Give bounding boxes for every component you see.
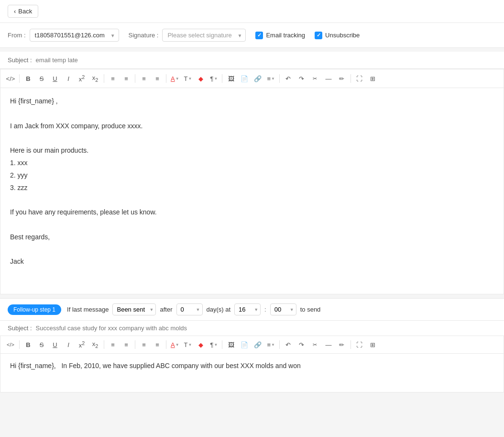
paragraph-button[interactable]: ¶▼ [208, 72, 219, 85]
fu-line-2 [58, 362, 60, 370]
fu-cut-button[interactable]: ✂ [309, 338, 321, 351]
from-select[interactable]: t18058701551@126.com [30, 29, 119, 42]
fu-bold-button[interactable]: B [22, 338, 34, 351]
fu-fullscreen-icon: ⛶ [356, 341, 362, 348]
font-size-icon: T [184, 75, 188, 82]
editor-line-11 [10, 219, 494, 231]
align-left-button[interactable]: ≡ [138, 72, 150, 85]
fu-undo-button[interactable]: ↶ [282, 338, 295, 351]
image-icon: 🖼 [228, 75, 234, 82]
align-arrow-icon: ▼ [271, 77, 275, 81]
fu-image-button[interactable]: 🖼 [225, 338, 237, 351]
fu-highlight-button[interactable]: ◆ [195, 338, 207, 351]
followup-subject-bar: Subject : [0, 320, 504, 336]
fu-link-button[interactable]: 🔗 [252, 338, 264, 351]
fu-fs-arrow: ▼ [188, 343, 192, 347]
fu-u-icon: U [53, 341, 57, 348]
code-button[interactable]: </> [4, 72, 17, 85]
align-button[interactable]: ≡▼ [265, 72, 277, 85]
ordered-list-button[interactable]: ≡ [120, 72, 132, 85]
strikethrough-button[interactable]: S [35, 72, 48, 85]
main-toolbar: </> B S U I x2 x2 ≡ ≡ ≡ ≡ A▼ T▼ ◆ ¶▼ 🖼 📄… [0, 69, 504, 88]
fu-table-button[interactable]: ⊞ [367, 338, 379, 351]
eraser-button[interactable]: ✏ [336, 72, 348, 85]
email-tracking-checkbox[interactable] [255, 32, 263, 39]
days-label: day(s) at [207, 306, 231, 313]
minute-select[interactable]: 00 [270, 303, 296, 315]
paragraph-arrow-icon: ▼ [214, 77, 218, 81]
fu-redo-button[interactable]: ↷ [296, 338, 308, 351]
days-wrap: 0 ▼ [176, 303, 203, 315]
toolbar-separator-4 [166, 74, 166, 83]
fu-subscript-button[interactable]: x2 [89, 338, 101, 351]
fu-align-left-button[interactable]: ≡ [138, 338, 150, 351]
editor-line-2 [10, 108, 494, 120]
fu-ul-button[interactable]: ≡ [107, 338, 119, 351]
header-bar: From : t18058701551@126.com ▼ Signature … [0, 23, 504, 48]
undo-button[interactable]: ↶ [282, 72, 295, 85]
unordered-list-button[interactable]: ≡ [107, 72, 119, 85]
toolbar-separator-2 [104, 74, 104, 83]
fu-italic-button[interactable]: I [62, 338, 75, 351]
fullscreen-button[interactable]: ⛶ [353, 72, 366, 85]
fu-fullscreen-button[interactable]: ⛶ [353, 338, 366, 351]
align-right-button[interactable]: ≡ [151, 72, 164, 85]
followup-controls: If last message Been sent ▼ after 0 ▼ da… [67, 303, 320, 315]
file-icon: 📄 [241, 75, 248, 82]
fu-align-right-button[interactable]: ≡ [151, 338, 164, 351]
days-select[interactable]: 0 [176, 303, 203, 315]
fu-align-button[interactable]: ≡▼ [265, 338, 277, 351]
subject-input[interactable] [36, 56, 496, 64]
fu-ar-icon: ≡ [155, 341, 159, 348]
fu-paragraph-button[interactable]: ¶▼ [208, 338, 219, 351]
highlight-button[interactable]: ◆ [195, 72, 207, 85]
superscript-button[interactable]: x2 [76, 72, 88, 85]
fu-ol-button[interactable]: ≡ [120, 338, 132, 351]
fu-file-button[interactable]: 📄 [238, 338, 251, 351]
fu-superscript-button[interactable]: x2 [76, 338, 88, 351]
fu-ol-icon: ≡ [124, 341, 128, 348]
followup-badge: Follow-up step 1 [8, 304, 61, 315]
subject-bar: Subject : [0, 52, 504, 69]
fu-font-size-button[interactable]: T▼ [182, 338, 194, 351]
fu-bold-icon: B [26, 341, 30, 348]
subscript-button[interactable]: x2 [89, 72, 101, 85]
signature-select[interactable]: Please select signature [162, 29, 246, 42]
back-label: Back [18, 8, 32, 15]
font-color-button[interactable]: A▼ [169, 72, 181, 85]
fu-fc-icon: A [171, 341, 175, 348]
signature-label: Signature : [129, 32, 159, 39]
cut-button[interactable]: ✂ [309, 72, 321, 85]
fu-strikethrough-button[interactable]: S [35, 338, 48, 351]
hour-select[interactable]: 16 [234, 303, 261, 315]
email-tracking-group: Email tracking [255, 32, 305, 39]
followup-section: Follow-up step 1 If last message Been se… [0, 298, 504, 392]
followup-subject-input[interactable] [36, 325, 496, 332]
back-button[interactable]: ‹ Back [8, 5, 38, 18]
fu-i-icon: I [67, 341, 69, 348]
underline-button[interactable]: U [49, 72, 61, 85]
fu-code-button[interactable]: </> [4, 338, 17, 351]
fu-font-color-button[interactable]: A▼ [169, 338, 181, 351]
redo-icon: ↷ [299, 75, 304, 82]
bold-button[interactable]: B [22, 72, 34, 85]
been-sent-select[interactable]: Been sent [112, 303, 156, 315]
fu-fs-icon: T [184, 341, 188, 348]
followup-editor-body[interactable]: Hi {first_name}, In Feb, 2010, we have s… [0, 354, 504, 392]
unsubscribe-checkbox[interactable] [315, 32, 322, 39]
fu-underline-button[interactable]: U [49, 338, 61, 351]
link-button[interactable]: 🔗 [252, 72, 264, 85]
italic-button[interactable]: I [62, 72, 75, 85]
redo-button[interactable]: ↷ [296, 72, 308, 85]
fu-eraser-button[interactable]: ✏ [336, 338, 348, 351]
file-button[interactable]: 📄 [238, 72, 251, 85]
main-editor-body[interactable]: Hi {first_name} , I am Jack from XXX com… [0, 88, 504, 294]
hr-button[interactable]: — [322, 72, 335, 85]
table-button[interactable]: ⊞ [367, 72, 379, 85]
font-size-button[interactable]: T▼ [182, 72, 194, 85]
fu-sup-icon: x2 [79, 340, 85, 349]
fu-align-icon: ≡ [267, 341, 271, 348]
fu-hr-button[interactable]: — [322, 338, 335, 351]
hour-wrap: 16 ▼ [234, 303, 261, 315]
image-button[interactable]: 🖼 [225, 72, 237, 85]
